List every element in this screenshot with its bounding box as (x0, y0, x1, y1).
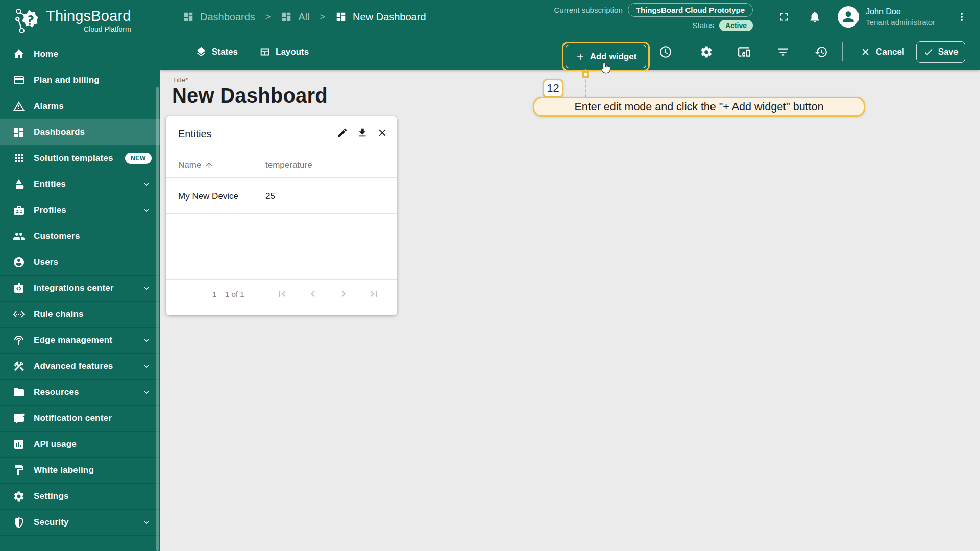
dashboard-settings-icon[interactable] (700, 34, 713, 70)
column-header-temperature[interactable]: temperature (265, 160, 312, 170)
hand-cursor-icon (598, 61, 612, 75)
time-window-icon[interactable] (659, 34, 672, 70)
filter-icon[interactable] (776, 34, 790, 70)
sidebar-item-integrations-center[interactable]: Integrations center (0, 276, 160, 302)
sidebar-item-label: White labeling (34, 465, 152, 475)
logo-subtitle: Cloud Platform (84, 25, 131, 33)
dashboard-icon (183, 11, 194, 22)
sidebar-item-label: Profiles (34, 205, 133, 215)
warning-icon (13, 100, 25, 112)
sidebar: ThingsBoard Cloud Platform Home Plan and… (0, 0, 160, 551)
entities-widget[interactable]: Entities Name temperature My New Device … (166, 116, 397, 315)
sidebar-item-settings[interactable]: Settings (0, 484, 160, 510)
sidebar-item-label: Dashboards (34, 127, 152, 137)
toolbar-tabs: States Layouts (195, 34, 309, 70)
thingsboard-app: ThingsBoard Cloud Platform Home Plan and… (0, 0, 980, 551)
cell-entity-name[interactable]: My New Device (178, 191, 238, 202)
version-history-icon[interactable] (815, 34, 828, 70)
people-icon (13, 230, 25, 242)
sidebar-item-label: Home (34, 49, 152, 59)
sidebar-item-advanced-features[interactable]: Advanced features (0, 354, 160, 380)
tab-states[interactable]: States (195, 46, 238, 58)
account-circle-icon (13, 256, 25, 268)
sidebar-item-label: Advanced features (34, 361, 133, 371)
status-label: Status (693, 21, 715, 30)
sidebar-item-label: Customers (34, 231, 152, 241)
dashboard-icon (281, 11, 292, 22)
breadcrumb-separator: > (265, 12, 271, 22)
tour-tooltip: Enter edit mode and click the "+ Add wid… (533, 97, 865, 117)
breadcrumb-label: All (298, 11, 309, 23)
sidebar-scrollbar[interactable] (156, 87, 159, 551)
tab-layouts[interactable]: Layouts (259, 46, 309, 58)
widget-actions (337, 127, 388, 138)
subscription-plan-pill[interactable]: ThingsBoard Cloud Prototype (628, 3, 753, 17)
sidebar-item-api-usage[interactable]: API usage (0, 432, 160, 458)
sidebar-item-label: Plan and billing (34, 75, 152, 85)
breadcrumb-new-dashboard[interactable]: New Dashboard (335, 11, 426, 23)
download-widget-icon[interactable] (357, 127, 368, 138)
page-title[interactable]: New Dashboard (172, 84, 328, 107)
remove-widget-icon[interactable] (377, 127, 388, 138)
breadcrumb-all[interactable]: All (281, 11, 309, 23)
sidebar-item-security[interactable]: Security (0, 510, 160, 536)
sidebar-item-entities[interactable]: Entities (0, 171, 160, 197)
chevron-down-icon (141, 517, 152, 528)
apps-grid-icon (13, 152, 25, 164)
avatar[interactable] (838, 6, 859, 28)
next-page-icon[interactable] (337, 288, 350, 300)
sidebar-item-rule-chains[interactable]: Rule chains (0, 302, 160, 328)
sidebar-item-alarms[interactable]: Alarms (0, 93, 160, 119)
kebab-menu-icon[interactable] (955, 11, 968, 23)
widget-title: Entities (178, 128, 212, 140)
notifications-bell-icon[interactable] (808, 10, 821, 23)
logo-text: ThingsBoard Cloud Platform (46, 8, 131, 33)
subscription-block: Current subscription ThingsBoard Cloud P… (554, 3, 753, 31)
chevron-down-icon (141, 205, 152, 215)
breadcrumb-dashboards[interactable]: Dashboards (183, 11, 255, 23)
status-badge: Active (719, 20, 753, 31)
fullscreen-icon[interactable] (777, 10, 791, 23)
entity-aliases-icon[interactable] (738, 34, 751, 70)
sidebar-item-edge-management[interactable]: Edge management (0, 328, 160, 354)
sidebar-item-notification-center[interactable]: Notification center (0, 406, 160, 432)
save-button[interactable]: Save (916, 41, 965, 63)
logo[interactable]: ThingsBoard Cloud Platform (0, 0, 160, 41)
column-header-name[interactable]: Name (178, 160, 213, 170)
pagination-divider (166, 279, 397, 280)
edit-widget-icon[interactable] (337, 127, 348, 138)
sort-ascending-icon (205, 161, 213, 170)
table-divider (166, 213, 397, 214)
sidebar-item-label: API usage (34, 439, 152, 449)
sidebar-item-customers[interactable]: Customers (0, 223, 160, 249)
chevron-down-icon (141, 387, 152, 397)
sidebar-item-dashboards[interactable]: Dashboards (0, 119, 160, 145)
sidebar-item-label: Edge management (34, 335, 133, 345)
previous-page-icon[interactable] (307, 288, 319, 300)
sidebar-item-plan-and-billing[interactable]: Plan and billing (0, 67, 160, 93)
user-name: John Doe (866, 7, 935, 17)
paint-icon (13, 464, 25, 477)
cell-temperature[interactable]: 25 (265, 191, 275, 202)
chevron-down-icon (141, 335, 152, 345)
credit-card-icon (13, 74, 25, 86)
sidebar-item-solution-templates[interactable]: Solution templates NEW (0, 145, 160, 171)
column-label: temperature (265, 160, 312, 170)
sidebar-item-users[interactable]: Users (0, 249, 160, 276)
last-page-icon[interactable] (368, 288, 380, 300)
breadcrumb-label: New Dashboard (353, 11, 426, 23)
sidebar-item-label: Entities (34, 179, 133, 189)
breadcrumb: Dashboards > All > New Dashboard (183, 11, 426, 23)
sidebar-item-resources[interactable]: Resources (0, 380, 160, 406)
user-role: Tenant administrator (866, 17, 935, 28)
dashboard-icon (13, 126, 25, 138)
sidebar-item-label: Notification center (34, 413, 152, 423)
check-icon (923, 47, 934, 57)
shield-icon (13, 516, 25, 529)
sidebar-item-profiles[interactable]: Profiles (0, 197, 160, 223)
sidebar-item-home[interactable]: Home (0, 41, 160, 67)
cancel-button[interactable]: Cancel (860, 34, 904, 70)
sidebar-item-white-labeling[interactable]: White labeling (0, 458, 160, 484)
first-page-icon[interactable] (276, 288, 288, 300)
layers-icon (195, 46, 207, 58)
